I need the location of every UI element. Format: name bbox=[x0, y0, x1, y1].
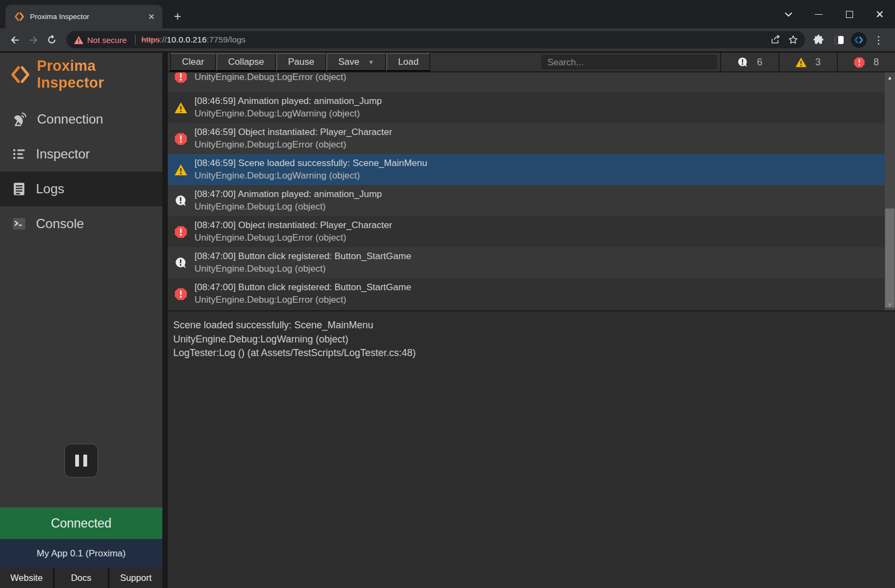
load-button[interactable]: Load bbox=[386, 53, 431, 71]
footer-link-docs[interactable]: Docs bbox=[53, 568, 107, 588]
connection-status-bar: Connected bbox=[0, 507, 162, 539]
proxima-favicon-icon bbox=[14, 11, 25, 22]
sidebar-item-inspector[interactable]: Inspector bbox=[0, 137, 162, 171]
log-row[interactable]: UnityEngine.Debug:LogError (object) bbox=[168, 72, 885, 92]
save-button[interactable]: Save▼ bbox=[326, 53, 386, 71]
collapse-button[interactable]: Collapse bbox=[216, 53, 276, 71]
info-count-icon bbox=[737, 57, 748, 68]
back-icon[interactable] bbox=[5, 30, 24, 49]
log-row[interactable]: [08:47:00] Animation played: animation_J… bbox=[168, 185, 885, 216]
log-row[interactable]: [08:46:59] Animation played: animation_J… bbox=[168, 92, 885, 123]
sidebar-item-label: Logs bbox=[36, 181, 64, 197]
tab-search-chevron-icon[interactable] bbox=[773, 0, 803, 28]
sidebar-item-label: Connection bbox=[37, 112, 103, 127]
browser-extension-area: ⋮ bbox=[809, 31, 887, 48]
log-message: [08:47:00] Button click registered: Butt… bbox=[194, 251, 411, 262]
clear-button[interactable]: Clear bbox=[170, 53, 216, 71]
browser-menu-icon[interactable]: ⋮ bbox=[870, 31, 887, 48]
log-message: [08:46:59] Scene loaded successfully: Sc… bbox=[194, 158, 427, 169]
detail-line: LogTester:Log () (at Assets/TestScripts/… bbox=[173, 346, 895, 360]
error-filter-badge[interactable]: 8 bbox=[837, 53, 895, 71]
info-icon bbox=[174, 194, 187, 207]
bookmark-star-icon[interactable] bbox=[784, 31, 802, 48]
log-stack: UnityEngine.Debug:LogError (object) bbox=[194, 232, 392, 243]
detail-line: Scene loaded successfully: Scene_MainMen… bbox=[173, 318, 895, 333]
window-minimize-button[interactable] bbox=[803, 0, 834, 28]
warning-count-icon bbox=[795, 57, 807, 68]
scrollbar-thumb[interactable] bbox=[885, 209, 894, 308]
error-count: 8 bbox=[873, 57, 879, 68]
browser-address-bar: Not secure https://10.0.0.216:7759/logs … bbox=[0, 28, 895, 51]
reload-icon[interactable] bbox=[42, 30, 61, 49]
console-terminal-icon bbox=[11, 216, 27, 231]
footer-link-website[interactable]: Website bbox=[0, 568, 53, 588]
info-filter-badge[interactable]: 6 bbox=[720, 53, 778, 71]
share-icon[interactable] bbox=[767, 31, 784, 48]
log-row[interactable]: [08:46:59] Object instantiated: Player_C… bbox=[168, 123, 885, 154]
url-divider bbox=[135, 35, 136, 45]
log-row[interactable]: [08:47:00] Button click registered: Butt… bbox=[168, 278, 885, 309]
scroll-up-icon[interactable]: ▲ bbox=[885, 74, 895, 82]
proxima-app: Proxima Inspector Connection Inspector bbox=[0, 51, 895, 588]
not-secure-warning-icon bbox=[74, 36, 83, 44]
search-input[interactable] bbox=[541, 55, 717, 69]
sidebar-item-label: Console bbox=[36, 216, 84, 231]
log-stack: UnityEngine.Debug:LogWarning (object) bbox=[194, 170, 427, 181]
error-icon bbox=[174, 287, 187, 301]
url-bar[interactable]: Not secure https://10.0.0.216:7759/logs bbox=[66, 31, 805, 48]
sidebar-footer: Website Docs Support bbox=[0, 568, 162, 588]
footer-link-support[interactable]: Support bbox=[108, 568, 162, 588]
new-tab-button[interactable]: + bbox=[169, 8, 186, 25]
forward-icon[interactable] bbox=[24, 30, 42, 49]
log-detail-panel: Scene loaded successfully: Scene_MainMen… bbox=[168, 310, 895, 588]
sidebar-item-console[interactable]: Console bbox=[0, 206, 162, 241]
detail-line: UnityEngine.Debug:LogWarning (object) bbox=[173, 333, 895, 347]
error-icon bbox=[174, 132, 187, 145]
extensions-puzzle-icon[interactable] bbox=[809, 31, 827, 48]
url-scheme-separator: :// bbox=[160, 35, 167, 44]
log-stack: UnityEngine.Debug:LogWarning (object) bbox=[194, 108, 382, 119]
error-count-icon bbox=[854, 57, 865, 68]
error-icon bbox=[174, 72, 187, 83]
url-text[interactable]: https://10.0.0.216:7759/logs bbox=[142, 35, 246, 45]
pause-button[interactable]: Pause bbox=[276, 53, 326, 71]
info-icon bbox=[174, 256, 187, 270]
url-scheme: https bbox=[142, 35, 160, 44]
log-row[interactable]: [08:47:00] Object instantiated: Player_C… bbox=[168, 216, 885, 247]
save-dropdown-caret-icon[interactable]: ▼ bbox=[368, 59, 374, 65]
log-message: [08:46:59] Animation played: animation_J… bbox=[194, 96, 382, 107]
log-message: [08:47:00] Animation played: animation_J… bbox=[194, 189, 382, 200]
window-close-button[interactable]: ✕ bbox=[864, 0, 895, 28]
proxima-extension-icon[interactable] bbox=[851, 32, 867, 48]
brand: Proxima Inspector bbox=[0, 53, 162, 85]
browser-tab[interactable]: Proxima Inspector ✕ bbox=[5, 5, 162, 28]
side-panel-icon[interactable] bbox=[830, 31, 848, 48]
log-stack: UnityEngine.Debug:LogError (object) bbox=[194, 295, 411, 305]
log-scrollbar[interactable]: ▲ ▼ bbox=[885, 72, 895, 310]
error-icon bbox=[174, 225, 187, 238]
log-stack: UnityEngine.Debug:Log (object) bbox=[194, 201, 382, 212]
app-info-bar: My App 0.1 (Proxima) bbox=[0, 539, 162, 568]
satellite-dish-icon bbox=[11, 111, 28, 127]
log-row[interactable]: [08:47:00] Button click registered: Butt… bbox=[168, 247, 885, 278]
sidebar-item-logs[interactable]: Logs bbox=[0, 171, 162, 206]
not-secure-label[interactable]: Not secure bbox=[87, 35, 127, 45]
sidebar-nav: Connection Inspector Logs bbox=[0, 102, 162, 241]
url-path: :7759/logs bbox=[206, 35, 246, 44]
log-row-selected[interactable]: [08:46:59] Scene loaded successfully: Sc… bbox=[168, 154, 885, 185]
tab-close-icon[interactable]: ✕ bbox=[146, 11, 157, 22]
window-maximize-button[interactable] bbox=[834, 0, 864, 28]
log-stack: UnityEngine.Debug:LogError (object) bbox=[194, 72, 346, 83]
pause-stream-button[interactable] bbox=[64, 444, 98, 477]
brand-title: Proxima Inspector bbox=[37, 58, 162, 91]
scroll-down-icon[interactable]: ▼ bbox=[885, 301, 895, 309]
logs-toolbar: Clear Collapse Pause Save▼ Load 6 3 bbox=[168, 53, 895, 72]
log-stack: UnityEngine.Debug:Log (object) bbox=[194, 264, 411, 274]
pause-icon bbox=[75, 455, 79, 467]
warning-filter-badge[interactable]: 3 bbox=[778, 53, 837, 71]
logs-page: Clear Collapse Pause Save▼ Load 6 3 bbox=[168, 53, 895, 588]
sidebar-item-connection[interactable]: Connection bbox=[0, 102, 162, 137]
info-count: 6 bbox=[757, 57, 762, 68]
window-controls: ✕ bbox=[773, 0, 895, 28]
warning-count: 3 bbox=[815, 57, 820, 68]
